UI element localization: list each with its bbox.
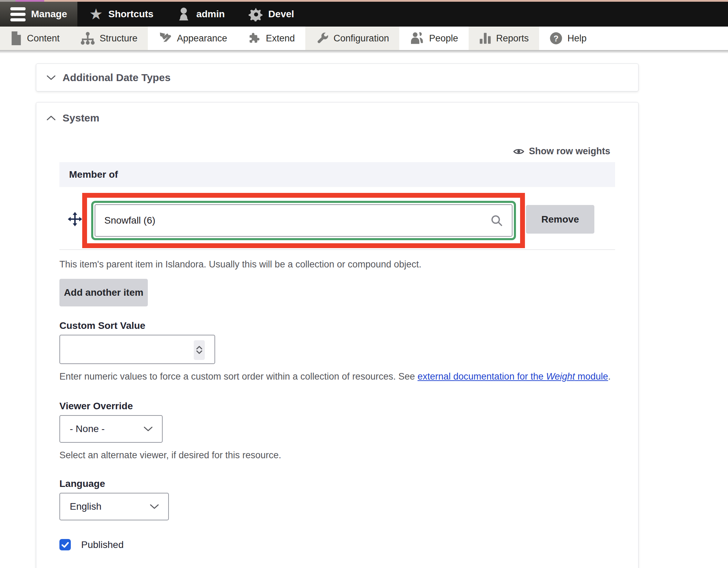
- toolbar-item-label: Shortcuts: [108, 9, 154, 20]
- spinner-up-icon: [196, 346, 202, 350]
- published-row: Published: [59, 539, 615, 550]
- remove-button[interactable]: Remove: [526, 205, 594, 234]
- toolbar-item-label: admin: [196, 9, 224, 20]
- tab-appearance[interactable]: Appearance: [148, 27, 238, 50]
- toolbar-item-shortcuts[interactable]: ★ Shortcuts: [77, 2, 165, 27]
- show-row-weights-label: Show row weights: [529, 146, 610, 157]
- gear-icon: [248, 7, 263, 21]
- member-of-row: Snowfall (6) Remove: [59, 187, 615, 250]
- number-spinner[interactable]: [194, 340, 205, 360]
- barchart-icon: [479, 32, 491, 45]
- custom-sort-label: Custom Sort Value: [59, 320, 615, 331]
- user-icon: [177, 7, 191, 22]
- drag-handle[interactable]: [67, 211, 83, 228]
- focused-field-outline: Snowfall (6): [91, 201, 516, 240]
- section-additional-date-types: Additional Date Types: [36, 63, 639, 91]
- tab-label: Reports: [496, 33, 529, 44]
- viewer-override-value: - None -: [70, 423, 105, 434]
- section-summary-system[interactable]: System: [36, 102, 638, 124]
- menu-icon: [10, 7, 26, 21]
- chevron-down-icon: [150, 503, 159, 510]
- section-summary-additional-date-types[interactable]: Additional Date Types: [36, 72, 171, 84]
- add-another-item-button[interactable]: Add another item: [59, 279, 148, 306]
- tab-label: Structure: [100, 33, 138, 44]
- check-icon: [61, 542, 69, 548]
- system-section-body: Show row weights Member of Snowfall (6): [36, 146, 638, 568]
- tab-label: Appearance: [177, 33, 227, 44]
- admin-tabs-bar: Content Structure Appearance Extend Conf…: [0, 27, 728, 50]
- svg-text:?: ?: [554, 34, 559, 43]
- toolbar-item-manage[interactable]: Manage: [0, 2, 77, 27]
- tab-structure[interactable]: Structure: [70, 27, 148, 50]
- viewer-override-label: Viewer Override: [59, 401, 615, 412]
- move-icon: [67, 211, 83, 227]
- chevron-down-icon: [46, 74, 56, 81]
- member-of-autocomplete-input[interactable]: Snowfall (6): [95, 204, 513, 237]
- question-icon: ?: [549, 32, 563, 45]
- page-content: Additional Date Types System Show row we…: [0, 63, 728, 568]
- tab-label: Content: [27, 33, 60, 44]
- sitemap-icon: [80, 31, 95, 45]
- spinner-down-icon: [196, 350, 202, 354]
- section-title: System: [63, 112, 99, 124]
- language-label: Language: [59, 478, 615, 489]
- puzzle-icon: [248, 32, 261, 45]
- published-checkbox[interactable]: [59, 539, 71, 550]
- toolbar-item-label: Devel: [268, 9, 294, 20]
- tab-content[interactable]: Content: [0, 27, 70, 50]
- tab-reports[interactable]: Reports: [469, 27, 539, 50]
- language-value: English: [70, 501, 102, 512]
- toolbar-item-admin[interactable]: admin: [165, 2, 236, 27]
- toolbar-item-label: Manage: [31, 9, 67, 20]
- tab-label: Extend: [266, 33, 295, 44]
- section-title: Additional Date Types: [63, 72, 171, 84]
- annotation-highlight-box: Snowfall (6): [82, 193, 525, 248]
- weight-module-link[interactable]: external documentation for the Weight mo…: [418, 371, 608, 382]
- custom-sort-description: Enter numeric values to force a custom s…: [59, 371, 615, 383]
- language-select[interactable]: English: [59, 493, 169, 520]
- published-label: Published: [81, 539, 124, 550]
- admin-toolbar: Manage ★ Shortcuts admin Devel: [0, 2, 728, 27]
- section-system: System Show row weights Member of: [36, 102, 639, 568]
- chevron-down-icon: [143, 426, 153, 432]
- toolbar-item-devel[interactable]: Devel: [237, 2, 306, 27]
- viewer-override-select[interactable]: - None -: [59, 415, 163, 443]
- tab-label: Help: [567, 33, 587, 44]
- custom-sort-input[interactable]: [59, 335, 215, 364]
- eye-icon: [513, 147, 525, 156]
- tab-label: People: [429, 33, 458, 44]
- member-of-value: Snowfall (6): [104, 215, 155, 226]
- search-icon: [490, 214, 503, 227]
- viewer-override-description: Select an alternate viewer, if desired f…: [59, 450, 615, 461]
- star-icon: ★: [89, 7, 103, 22]
- member-of-description: This item's parent item in Islandora. Us…: [59, 259, 615, 271]
- tab-people[interactable]: People: [399, 27, 468, 50]
- people-icon: [410, 31, 424, 45]
- paintbrush-icon: [158, 31, 172, 45]
- chevron-up-icon: [46, 115, 56, 121]
- document-icon: [10, 31, 22, 45]
- member-of-header: Member of: [59, 162, 615, 187]
- tab-extend[interactable]: Extend: [238, 27, 305, 50]
- tab-configuration[interactable]: Configuration: [305, 27, 400, 50]
- tab-label: Configuration: [334, 33, 389, 44]
- tab-help[interactable]: ? Help: [539, 27, 597, 50]
- wrench-icon: [316, 32, 329, 45]
- show-row-weights-link[interactable]: Show row weights: [59, 146, 615, 157]
